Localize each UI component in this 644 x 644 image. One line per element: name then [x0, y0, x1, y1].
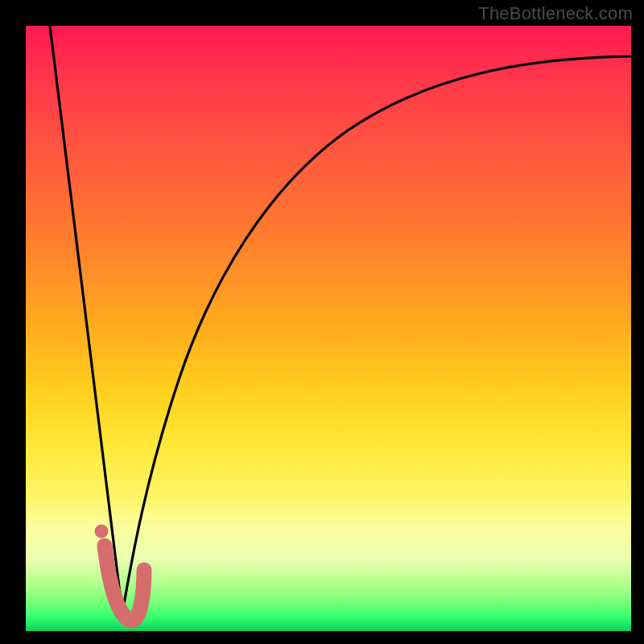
curve-layer [26, 26, 631, 631]
right-branch-curve [122, 56, 631, 613]
watermark-text: TheBottleneck.com [478, 3, 633, 24]
chart-frame: TheBottleneck.com [0, 0, 644, 644]
left-branch-curve [50, 26, 122, 613]
plot-area [26, 26, 631, 631]
marker-dot-upper [95, 525, 109, 539]
marker-dot-lower [100, 546, 113, 559]
